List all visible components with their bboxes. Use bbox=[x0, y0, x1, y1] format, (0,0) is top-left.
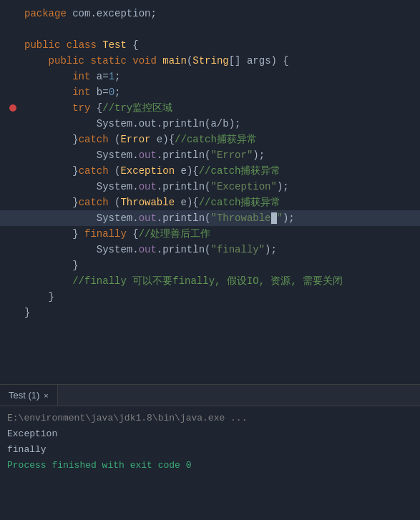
code-line: } finally {//处理善后工作 bbox=[0, 226, 420, 242]
console-output-line: E:\environment\java\jdk1.8\bin\java.exe … bbox=[7, 411, 413, 426]
line-code-content: int b=0; bbox=[20, 84, 120, 100]
console-output-line: finally bbox=[7, 442, 413, 458]
code-line bbox=[0, 21, 420, 37]
line-gutter bbox=[6, 104, 20, 112]
line-code-content: } bbox=[20, 305, 30, 320]
code-editor: package com.exception; public class Test… bbox=[0, 0, 420, 384]
line-code-content: public class Test { bbox=[20, 37, 139, 53]
breakpoint-indicator bbox=[9, 104, 16, 112]
line-code-content: int a=1; bbox=[20, 69, 120, 84]
console-output-line: Process finished with exit code 0 bbox=[7, 458, 413, 474]
line-code-content: System.out.println("finally"); bbox=[20, 242, 277, 257]
code-line: System.out.println("Exception"); bbox=[0, 179, 420, 195]
line-code-content: }catch (Exception e){//catch捕获异常 bbox=[20, 163, 281, 179]
line-code-content: try {//try监控区域 bbox=[20, 100, 172, 116]
tab-bar: Test (1) × bbox=[0, 384, 420, 406]
line-code-content: System.out.println("Exception"); bbox=[20, 179, 289, 195]
code-line: try {//try监控区域 bbox=[0, 100, 420, 116]
code-line: public static void main(String[] args) { bbox=[0, 53, 420, 69]
code-line: System.out.println("Error"); bbox=[0, 147, 420, 163]
code-line: public class Test { bbox=[0, 37, 420, 53]
code-line: System.out.println("finally"); bbox=[0, 242, 420, 257]
line-code-content: System.out.println("Throwable"); bbox=[20, 210, 295, 226]
line-code-content: }catch (Error e){//catch捕获异常 bbox=[20, 132, 257, 147]
line-code-content: public static void main(String[] args) { bbox=[20, 53, 289, 69]
console-output-line: Exception bbox=[7, 426, 413, 442]
code-line: }catch (Error e){//catch捕获异常 bbox=[0, 132, 420, 147]
line-code-content: package com.exception; bbox=[20, 6, 157, 21]
console-panel: E:\environment\java\jdk1.8\bin\java.exe … bbox=[0, 406, 420, 520]
tab-close-button[interactable]: × bbox=[44, 391, 48, 400]
code-line: int b=0; bbox=[0, 84, 420, 100]
line-code-content bbox=[20, 21, 30, 37]
code-line: System.out.println("Throwable"); bbox=[0, 210, 420, 226]
code-line: //finally 可以不要finally, 假设IO, 资源, 需要关闭 bbox=[0, 273, 420, 289]
code-line: package com.exception; bbox=[0, 6, 420, 21]
code-line: } bbox=[0, 305, 420, 320]
code-line: int a=1; bbox=[0, 69, 420, 84]
line-code-content: //finally 可以不要finally, 假设IO, 资源, 需要关闭 bbox=[20, 273, 343, 289]
code-line: }catch (Throwable e){//catch捕获异常 bbox=[0, 195, 420, 210]
code-line: }catch (Exception e){//catch捕获异常 bbox=[0, 163, 420, 179]
line-code-content: System.out.println(a/b); bbox=[20, 116, 240, 132]
code-line: System.out.println(a/b); bbox=[0, 116, 420, 132]
tab-label: Test (1) bbox=[9, 390, 39, 401]
code-line: } bbox=[0, 289, 420, 305]
line-code-content: } finally {//处理善后工作 bbox=[20, 226, 210, 242]
line-code-content: } bbox=[20, 289, 54, 305]
line-code-content: }catch (Throwable e){//catch捕获异常 bbox=[20, 195, 281, 210]
line-code-content: } bbox=[20, 257, 79, 273]
line-code-content: System.out.println("Error"); bbox=[20, 147, 265, 163]
text-cursor bbox=[271, 212, 277, 224]
tab-test[interactable]: Test (1) × bbox=[0, 385, 58, 406]
code-line: } bbox=[0, 257, 420, 273]
